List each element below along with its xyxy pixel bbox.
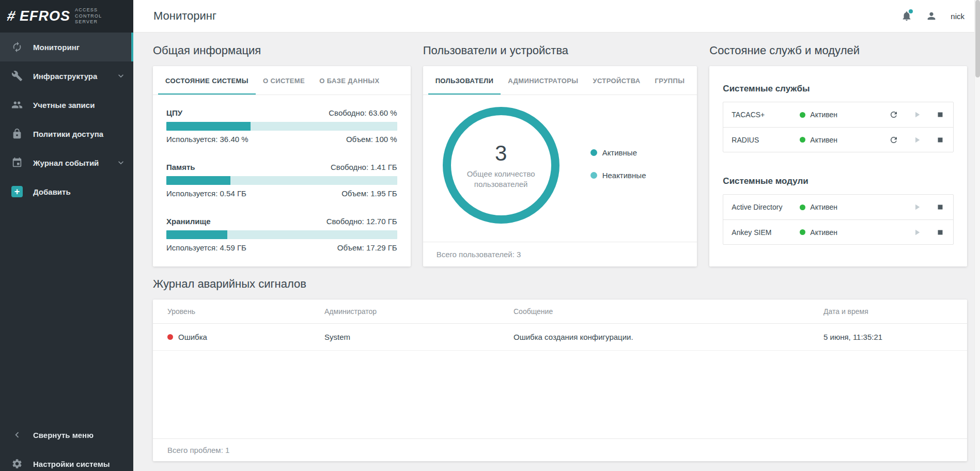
play-icon[interactable] bbox=[912, 135, 922, 145]
tab-administrators[interactable]: АДМИНИСТРАТОРЫ bbox=[501, 66, 585, 95]
chevron-down-icon bbox=[116, 71, 126, 81]
alarm-table-row[interactable]: Ошибка System Ошибка создания конфигурац… bbox=[153, 324, 967, 351]
logo-subtitle-line2: SERVER bbox=[75, 19, 126, 25]
module-actions bbox=[912, 202, 945, 212]
legend-active-label: Активные bbox=[602, 148, 637, 157]
service-row-radius: RADIUS Активен bbox=[723, 127, 953, 152]
collapse-menu-label: Свернуть меню bbox=[33, 431, 94, 439]
users-devices-title: Пользователи и устройства bbox=[423, 44, 697, 57]
scrollbar-thumb[interactable] bbox=[975, 0, 980, 77]
cpu-total-value: Объем: 100 % bbox=[346, 135, 397, 144]
restart-icon[interactable] bbox=[889, 135, 898, 145]
tab-system-state[interactable]: СОСТОЯНИЕ СИСТЕМЫ bbox=[158, 66, 256, 95]
column-level: Уровень bbox=[167, 307, 324, 316]
sidebar-menu: Мониторинг Инфраструктура Учетные записи… bbox=[0, 33, 133, 206]
cpu-progress-fill bbox=[166, 122, 251, 131]
play-icon[interactable] bbox=[912, 202, 922, 212]
tab-users[interactable]: ПОЛЬЗОВАТЕЛИ bbox=[428, 66, 501, 95]
main-content: Общая информация СОСТОЯНИЕ СИСТЕМЫ О СИС… bbox=[133, 33, 980, 471]
sidebar-item-monitoring[interactable]: Мониторинг bbox=[0, 33, 133, 61]
status-badge: Активен bbox=[800, 136, 837, 144]
status-label: Активен bbox=[810, 228, 837, 237]
service-actions bbox=[889, 110, 945, 119]
service-row-tacacs: TACACS+ Активен bbox=[723, 102, 953, 127]
sidebar-item-infrastructure[interactable]: Инфраструктура bbox=[0, 61, 133, 90]
sidebar-item-add[interactable]: + Добавить bbox=[0, 177, 133, 206]
app-logo: # EFROS ACCESS CONTROL SERVER bbox=[0, 0, 133, 33]
wrench-icon bbox=[11, 70, 23, 82]
stop-icon[interactable] bbox=[936, 202, 945, 212]
column-message: Сообщение bbox=[514, 307, 823, 316]
restart-icon[interactable] bbox=[889, 110, 898, 119]
people-icon bbox=[11, 99, 23, 111]
stop-icon[interactable] bbox=[936, 135, 945, 145]
alarm-datetime: 5 июня, 11:35:21 bbox=[823, 333, 953, 341]
users-devices-section: Пользователи и устройства ПОЛЬЗОВАТЕЛИ А… bbox=[423, 43, 697, 266]
users-total-value: 3 bbox=[495, 141, 507, 166]
services-section: Состояние служб и модулей Системные служ… bbox=[709, 43, 967, 266]
status-dot-icon bbox=[800, 205, 805, 210]
cpu-free-value: Свободно: 63.60 % bbox=[329, 108, 397, 117]
services-title: Состояние служб и модулей bbox=[709, 44, 967, 57]
memory-progress-bar bbox=[166, 176, 397, 185]
header-right: nick bbox=[901, 10, 965, 22]
sidebar-item-accounts[interactable]: Учетные записи bbox=[0, 90, 133, 119]
module-row-ankey-siem: Ankey SIEM Активен bbox=[723, 219, 953, 244]
sidebar-item-label: Политики доступа bbox=[33, 130, 103, 138]
module-name: Active Directory bbox=[732, 203, 800, 211]
cpu-meter: ЦПУ Свободно: 63.60 % Используется: 36.4… bbox=[166, 108, 397, 144]
chevron-left-icon bbox=[11, 429, 23, 441]
sidebar-item-label: Инфраструктура bbox=[33, 72, 97, 81]
users-chart-legend: Активные Неактивные bbox=[590, 148, 646, 180]
status-dot-icon bbox=[800, 229, 805, 235]
general-info-tabs: СОСТОЯНИЕ СИСТЕМЫ О СИСТЕМЕ О БАЗЕ ДАННЫ… bbox=[153, 66, 411, 95]
status-badge: Активен bbox=[800, 111, 837, 119]
storage-total-value: Объем: 17.29 ГБ bbox=[337, 243, 397, 252]
status-label: Активен bbox=[810, 136, 837, 144]
cpu-label: ЦПУ bbox=[166, 108, 182, 117]
play-icon[interactable] bbox=[912, 228, 922, 237]
stop-icon[interactable] bbox=[936, 110, 945, 119]
username[interactable]: nick bbox=[951, 12, 965, 21]
storage-free-value: Свободно: 12.70 ГБ bbox=[326, 217, 397, 226]
top-bar: Мониторинг nick bbox=[133, 0, 980, 33]
logo-subtitle-line1: ACCESS CONTROL bbox=[75, 7, 126, 19]
memory-free-value: Свободно: 1.41 ГБ bbox=[331, 163, 397, 171]
users-devices-tabs: ПОЛЬЗОВАТЕЛИ АДМИНИСТРАТОРЫ УСТРОЙСТВА Г… bbox=[423, 66, 697, 95]
sync-icon bbox=[11, 41, 23, 53]
cpu-used-value: Используется: 36.40 % bbox=[166, 135, 248, 144]
legend-item-active: Активные bbox=[590, 148, 646, 157]
memory-used-value: Используется: 0.54 ГБ bbox=[166, 189, 246, 198]
system-settings-button[interactable]: Настройки системы bbox=[0, 449, 133, 471]
collapse-menu-button[interactable]: Свернуть меню bbox=[0, 420, 133, 449]
notifications-button[interactable] bbox=[901, 10, 912, 22]
system-services-heading: Системные службы bbox=[723, 84, 954, 94]
tab-about-system[interactable]: О СИСТЕМЕ bbox=[256, 66, 312, 95]
memory-label: Память bbox=[166, 163, 195, 171]
sidebar: # EFROS ACCESS CONTROL SERVER Мониторинг… bbox=[0, 0, 133, 471]
alarm-total-footer: Всего проблем: 1 bbox=[153, 438, 967, 461]
sidebar-item-access-policies[interactable]: Политики доступа bbox=[0, 119, 133, 148]
alarm-level: Ошибка bbox=[178, 333, 207, 341]
tab-groups[interactable]: ГРУППЫ bbox=[648, 66, 692, 95]
scrollbar[interactable] bbox=[974, 0, 980, 471]
legend-inactive-label: Неактивные bbox=[602, 171, 646, 180]
users-devices-card: ПОЛЬЗОВАТЕЛИ АДМИНИСТРАТОРЫ УСТРОЙСТВА Г… bbox=[423, 66, 697, 266]
logo-mark-icon: # bbox=[5, 8, 17, 24]
alarm-table-empty-space bbox=[153, 351, 967, 438]
status-badge: Активен bbox=[800, 203, 837, 211]
active-dot-icon bbox=[590, 149, 597, 156]
sidebar-item-event-log[interactable]: Журнал событий bbox=[0, 148, 133, 177]
play-icon[interactable] bbox=[912, 110, 922, 119]
tab-about-database[interactable]: О БАЗЕ ДАННЫХ bbox=[312, 66, 386, 95]
alarm-log-card: Уровень Администратор Сообщение Дата и в… bbox=[153, 300, 967, 461]
status-dot-icon bbox=[800, 112, 805, 118]
system-meters: ЦПУ Свободно: 63.60 % Используется: 36.4… bbox=[153, 95, 411, 271]
tab-devices[interactable]: УСТРОЙСТВА bbox=[585, 66, 647, 95]
stop-icon[interactable] bbox=[936, 228, 945, 237]
sidebar-item-label: Добавить bbox=[33, 187, 71, 196]
cpu-progress-bar bbox=[166, 122, 397, 131]
user-icon[interactable] bbox=[926, 10, 937, 22]
chevron-down-icon bbox=[116, 158, 126, 168]
storage-progress-bar bbox=[166, 230, 397, 239]
